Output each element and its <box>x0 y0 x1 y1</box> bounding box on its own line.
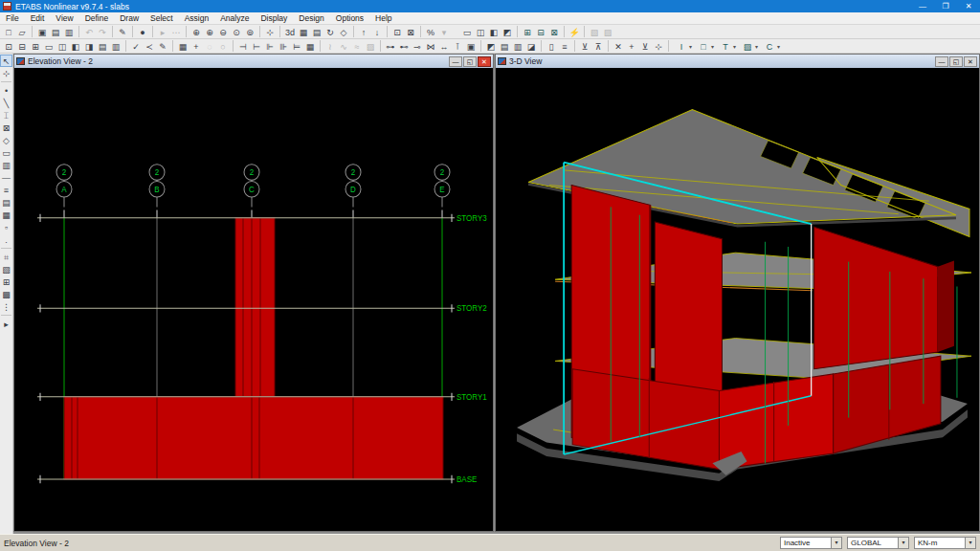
quick-run-icon[interactable]: ⚡ <box>568 26 581 38</box>
print-icon[interactable]: ▤ <box>49 26 62 38</box>
deck-sections-combo-icon[interactable]: ▨ <box>741 40 754 53</box>
draw-wall-icon[interactable]: ▤ <box>0 196 12 209</box>
mesh-areas-icon[interactable]: ▦ <box>176 40 189 53</box>
draw-horizontal-area-icon[interactable]: — <box>0 171 12 184</box>
coordinate-system-dropdown[interactable]: GLOBAL ▾ <box>847 537 909 549</box>
select-right-icon[interactable]: ◨ <box>82 40 96 53</box>
menu-design[interactable]: Design <box>293 13 329 23</box>
dropdown-arrow-icon[interactable]: ▾ <box>965 538 975 548</box>
concrete-combo[interactable]: C▾ <box>762 39 782 54</box>
release-assign-icon[interactable]: ⊸ <box>411 40 424 53</box>
zoom-previous-icon[interactable]: ⊚ <box>243 26 256 38</box>
print-preview-icon[interactable]: ▥ <box>62 26 76 38</box>
slab-sections-combo-icon[interactable]: T <box>719 40 732 53</box>
units-dropdown[interactable]: KN-m ▾ <box>914 537 976 549</box>
combo-arrow-icon[interactable]: ▾ <box>732 43 737 50</box>
draw-dimension-icon[interactable]: ⌗ <box>0 251 12 263</box>
flip-v-icon[interactable]: ⊻ <box>638 40 652 53</box>
select-area-icon[interactable]: ◫ <box>56 40 69 53</box>
reshape-object-icon[interactable]: ⊹ <box>0 67 12 79</box>
open-file-icon[interactable]: ▱ <box>15 26 29 38</box>
align-left-icon[interactable]: ⊣ <box>236 40 250 53</box>
elevation-canvas[interactable]: STORY3STORY2STORY1BASE2A2B2C2D2E <box>14 68 493 531</box>
draw-door-opening-icon[interactable]: . <box>0 233 12 246</box>
draw-frame-icon[interactable]: ⌶ <box>0 109 12 121</box>
draw-grid-icon[interactable]: ◧ <box>487 26 501 38</box>
dropdown-arrow-icon[interactable]: ▾ <box>831 538 841 548</box>
move-up-story-icon[interactable]: ↑ <box>357 26 370 38</box>
view3d-window-titlebar[interactable]: 3-D View — ◱ ✕ <box>496 55 979 68</box>
menu-draw[interactable]: Draw <box>114 13 145 23</box>
align-center-icon[interactable]: ⊨ <box>290 40 303 53</box>
constraint-assign-icon[interactable]: ⋈ <box>424 40 437 53</box>
dropdown-arrow-icon[interactable]: ▾ <box>898 538 908 548</box>
elevation-close-button[interactable]: ✕ <box>478 56 491 67</box>
show-loads-icon[interactable]: ⊼ <box>591 40 605 53</box>
refresh-pencil-icon[interactable]: ✎ <box>116 26 129 38</box>
assign-frame-icon[interactable]: ⊟ <box>534 26 547 38</box>
draw-window-opening-icon[interactable]: ▫ <box>0 221 12 233</box>
draw-area-icon[interactable]: ▥ <box>0 159 12 171</box>
menu-view[interactable]: View <box>50 13 78 23</box>
slab-sections-combo[interactable]: T▾ <box>718 39 738 54</box>
assign-joint-icon[interactable]: ⊞ <box>521 26 534 38</box>
draw-reference-plane-icon[interactable]: ▩ <box>0 288 12 300</box>
concrete-combo-icon[interactable]: C <box>763 40 776 53</box>
view3d-close-button[interactable]: ✕ <box>964 56 977 67</box>
run-mode-icon[interactable]: ▸ <box>0 318 12 330</box>
zoom-out-icon[interactable]: ⊖ <box>216 26 230 38</box>
section-list-icon[interactable]: ≡ <box>558 40 571 53</box>
divide-frames-icon[interactable]: ◌ <box>203 40 216 53</box>
select-previous-icon[interactable]: ⊟ <box>15 40 29 53</box>
perspective-toggle-icon[interactable]: ◇ <box>337 26 350 38</box>
run-analysis-icon[interactable]: ▸ <box>156 26 169 38</box>
draw-wall-stack-icon[interactable]: ◩ <box>501 26 514 38</box>
mass-assign-icon[interactable]: ⊺ <box>451 40 464 53</box>
select-left-icon[interactable]: ◧ <box>69 40 82 53</box>
menu-edit[interactable]: Edit <box>25 13 51 23</box>
elevation-minimize-button[interactable]: — <box>449 56 462 67</box>
draw-window-icon[interactable]: ◫ <box>474 26 487 38</box>
frame-label-icon[interactable]: ▯ <box>545 40 558 53</box>
wall-sections-combo-icon[interactable]: □ <box>697 40 710 53</box>
replicate-icon[interactable]: ▦ <box>303 40 317 53</box>
zoom-full-icon[interactable]: ⊙ <box>230 26 243 38</box>
hatch-icon[interactable]: ▨ <box>364 40 377 53</box>
align-top-icon[interactable]: ⊩ <box>263 40 277 53</box>
menu-display[interactable]: Display <box>255 13 293 23</box>
assign-shell-icon[interactable]: ⊠ <box>547 26 561 38</box>
deck-sections-combo[interactable]: ▨▾ <box>740 39 760 54</box>
spring-assign-icon[interactable]: ↔ <box>437 40 451 53</box>
quick-draw-wall-icon[interactable]: ▦ <box>0 209 12 221</box>
select-pointer-icon[interactable]: ⊡ <box>2 40 15 53</box>
frame-sections-combo[interactable]: I▾ <box>674 39 694 54</box>
select-lines-icon[interactable]: ▤ <box>96 40 109 53</box>
combo-arrow-icon[interactable]: ▾ <box>776 43 781 50</box>
redo-icon[interactable]: ↷ <box>96 26 109 38</box>
edit-grid-icon[interactable]: ✎ <box>156 40 169 53</box>
move-down-story-icon[interactable]: ↓ <box>370 26 384 38</box>
view3d-restore-button[interactable]: ◱ <box>949 56 963 67</box>
rotate-view-icon[interactable]: ↻ <box>323 26 337 38</box>
wave-1-icon[interactable]: ≀ <box>323 40 337 53</box>
close-button[interactable]: ✕ <box>957 2 980 11</box>
delete-icon[interactable]: ✕ <box>612 40 625 53</box>
area-section-icon[interactable]: ◩ <box>484 40 498 53</box>
minimize-button[interactable]: — <box>911 2 934 11</box>
joint-assign-icon[interactable]: ⊶ <box>384 40 397 53</box>
view-3d-icon[interactable]: 3d <box>283 26 297 38</box>
combo-arrow-icon[interactable]: ▾ <box>754 43 759 50</box>
draw-secondary-beam-icon[interactable]: ▭ <box>0 146 12 159</box>
frame-assign-icon[interactable]: ⊷ <box>397 40 411 53</box>
draw-brace-icon[interactable]: ◇ <box>0 134 12 146</box>
zoom-rubber-band-icon[interactable]: ⊕ <box>189 26 203 38</box>
menu-define[interactable]: Define <box>79 13 115 23</box>
draw-section-cut-icon[interactable]: ▧ <box>0 263 12 276</box>
combo-arrow-icon[interactable]: ▾ <box>710 43 715 50</box>
undo-icon[interactable]: ↶ <box>82 26 96 38</box>
show-undeformed-icon[interactable]: ⊻ <box>578 40 591 53</box>
wave-3-icon[interactable]: ≈ <box>350 40 364 53</box>
run-options-icon[interactable]: ⋯ <box>169 26 183 38</box>
menu-file[interactable]: File <box>0 13 25 23</box>
area-local-icon[interactable]: ◪ <box>524 40 538 53</box>
